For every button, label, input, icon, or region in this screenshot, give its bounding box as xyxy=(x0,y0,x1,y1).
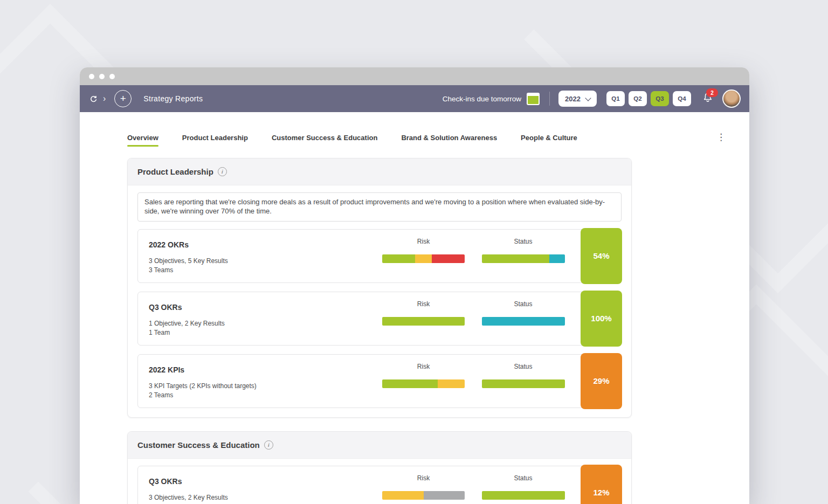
info-icon[interactable]: i xyxy=(218,167,227,176)
notification-count-badge: 2 xyxy=(706,88,718,97)
window-titlebar xyxy=(80,67,749,85)
calendar-icon[interactable] xyxy=(527,93,540,105)
risk-column-label: Risk xyxy=(382,300,465,308)
tab-overview[interactable]: Overview xyxy=(127,134,158,147)
okr-row-detail: 3 KPI Targets (2 KPIs without targets) xyxy=(149,382,257,390)
quarter-button-q4[interactable]: Q4 xyxy=(673,91,691,106)
okr-row-detail: 3 Objectives, 2 Key Results xyxy=(149,494,228,501)
risk-bar-segment-gray xyxy=(424,491,465,500)
page-title: Strategy Reports xyxy=(143,94,203,103)
checkins-due-label: Check-ins due tomorrow xyxy=(443,95,521,103)
notifications-button[interactable]: 2 xyxy=(702,92,714,106)
progress-badge: 29% xyxy=(581,353,622,409)
chevron-down-icon xyxy=(585,95,591,101)
app-header: › + Strategy Reports Check-ins due tomor… xyxy=(80,85,749,112)
risk-column-label: Risk xyxy=(382,238,465,245)
risk-bar xyxy=(382,379,465,388)
section-product-leadership: Product LeadershipiSales are reporting t… xyxy=(127,158,632,418)
status-column-label: Status xyxy=(482,363,564,370)
okr-row-teams: 3 Teams xyxy=(149,266,173,274)
risk-bar xyxy=(382,491,465,500)
okr-row-detail: 1 Objective, 2 Key Results xyxy=(149,320,225,327)
okr-row-title: 2022 KPIs xyxy=(149,365,184,374)
okr-row[interactable]: 2022 KPIs3 KPI Targets (2 KPIs without t… xyxy=(137,354,622,408)
risk-bar-segment-yellow xyxy=(438,379,465,388)
section-customer-success-education: Customer Success & EducationiQ3 OKRs3 Ob… xyxy=(127,431,632,504)
info-icon[interactable]: i xyxy=(264,440,273,450)
user-avatar[interactable] xyxy=(722,89,741,108)
sections: Product LeadershipiSales are reporting t… xyxy=(127,158,632,504)
quarter-button-q1[interactable]: Q1 xyxy=(606,91,625,106)
risk-bar xyxy=(382,254,465,263)
status-bar xyxy=(482,254,565,263)
okr-row[interactable]: Q3 OKRs1 Objective, 2 Key Results1 TeamR… xyxy=(137,292,622,346)
risk-bar-segment-green xyxy=(382,254,415,263)
section-title: Customer Success & Education xyxy=(137,440,260,450)
window-control-dot[interactable] xyxy=(89,74,94,79)
risk-bar-segment-yellow xyxy=(415,254,432,263)
risk-column-label: Risk xyxy=(382,474,465,482)
status-bar xyxy=(482,491,565,500)
risk-bar-segment-yellow xyxy=(382,491,424,500)
risk-bar-segment-green xyxy=(382,379,438,388)
header-divider xyxy=(549,92,550,106)
section-note: Sales are reporting that we're closing m… xyxy=(137,192,622,222)
add-button[interactable]: + xyxy=(114,90,132,107)
status-bar-segment-green xyxy=(482,379,565,388)
tabs: OverviewProduct LeadershipCustomer Succe… xyxy=(127,134,577,147)
refresh-icon[interactable] xyxy=(89,95,98,103)
status-bar-segment-green xyxy=(482,491,565,500)
risk-column-label: Risk xyxy=(382,363,465,370)
okr-row[interactable]: 2022 OKRs3 Objectives, 5 Key Results3 Te… xyxy=(137,229,622,283)
section-body: Q3 OKRs3 Objectives, 2 Key Results3 Team… xyxy=(128,459,631,504)
status-bar xyxy=(482,379,565,388)
okr-row-title: Q3 OKRs xyxy=(149,477,182,486)
year-dropdown[interactable]: 2022 xyxy=(558,91,597,107)
risk-bar xyxy=(382,317,465,326)
status-column-label: Status xyxy=(482,300,564,308)
quarter-button-q3[interactable]: Q3 xyxy=(651,91,669,106)
section-title: Product Leadership xyxy=(137,167,213,176)
section-header: Customer Success & Educationi xyxy=(128,432,631,459)
okr-row-teams: 2 Teams xyxy=(149,391,173,399)
risk-bar-segment-green xyxy=(382,317,465,326)
okr-row-teams: 1 Team xyxy=(149,329,170,336)
tab-product-leadership[interactable]: Product Leadership xyxy=(182,134,248,147)
progress-badge: 100% xyxy=(581,291,622,347)
main-content: OverviewProduct LeadershipCustomer Succe… xyxy=(80,112,749,504)
status-bar-segment-teal xyxy=(482,317,565,326)
status-column-label: Status xyxy=(482,474,564,482)
status-column-label: Status xyxy=(482,238,564,245)
section-body: Sales are reporting that we're closing m… xyxy=(128,185,631,417)
browser-window: › + Strategy Reports Check-ins due tomor… xyxy=(80,67,749,504)
tab-customer-success-education[interactable]: Customer Success & Education xyxy=(272,134,378,147)
tab-people-culture[interactable]: People & Culture xyxy=(521,134,577,147)
forward-arrow-icon[interactable]: › xyxy=(103,94,106,103)
risk-bar-segment-red xyxy=(432,254,465,263)
status-bar xyxy=(482,317,565,326)
section-header: Product Leadershipi xyxy=(128,158,631,185)
quarter-button-q2[interactable]: Q2 xyxy=(629,91,647,106)
quarter-selector: Q1Q2Q3Q4 xyxy=(606,91,691,106)
progress-badge: 54% xyxy=(581,228,622,284)
year-value: 2022 xyxy=(565,95,581,103)
okr-row-detail: 3 Objectives, 5 Key Results xyxy=(149,257,228,265)
okr-row-title: Q3 OKRs xyxy=(149,303,182,312)
okr-row-title: 2022 OKRs xyxy=(149,240,189,249)
tab-brand-solution-awareness[interactable]: Brand & Solution Awareness xyxy=(401,134,497,147)
window-control-dot[interactable] xyxy=(99,74,105,79)
okr-row[interactable]: Q3 OKRs3 Objectives, 2 Key Results3 Team… xyxy=(137,466,622,504)
status-bar-segment-teal xyxy=(549,254,565,263)
kebab-menu-icon[interactable]: ⋮ xyxy=(716,133,726,142)
progress-badge: 12% xyxy=(581,465,622,504)
window-control-dot[interactable] xyxy=(109,74,115,79)
status-bar-segment-green xyxy=(482,254,549,263)
